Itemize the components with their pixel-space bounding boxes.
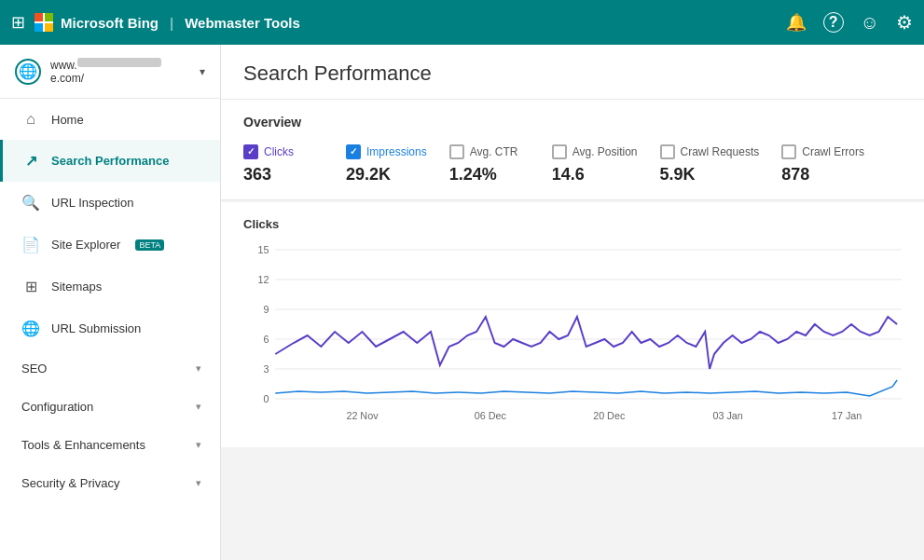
topbar-icons: 🔔 ? ☺ ⚙	[786, 11, 913, 34]
sidebar-item-search-performance[interactable]: ↗ Search Performance	[0, 140, 220, 182]
ctr-value: 1.24%	[449, 165, 530, 184]
gear-icon[interactable]: ⚙	[896, 11, 913, 34]
beta-badge: BETA	[135, 239, 164, 251]
metric-avg-position: Avg. Position 14.6	[552, 144, 660, 184]
sidebar-item-label: Security & Privacy	[21, 476, 119, 490]
sidebar-item-label: Home	[51, 113, 84, 127]
impressions-value: 29.2K	[346, 165, 427, 184]
globe-icon: 🌐	[15, 59, 41, 85]
domain-chevron-icon: ▾	[200, 65, 205, 78]
sidebar-item-security-privacy[interactable]: Security & Privacy ▾	[0, 464, 220, 502]
sidebar-item-label: Sitemaps	[51, 280, 102, 294]
clicks-value: 363	[243, 165, 324, 184]
sidebar-item-configuration[interactable]: Configuration ▾	[0, 388, 220, 426]
sidebar-item-label: Search Performance	[51, 154, 169, 168]
clicks-label: Clicks	[264, 145, 294, 158]
trend-icon: ↗	[21, 152, 40, 170]
seo-chevron-icon: ▾	[196, 362, 201, 375]
svg-text:03 Jan: 03 Jan	[713, 410, 743, 421]
globe2-icon: 🌐	[21, 320, 40, 337]
help-icon[interactable]: ?	[823, 12, 844, 33]
position-checkbox[interactable]	[552, 144, 567, 159]
brand-name: Microsoft Bing	[61, 15, 159, 31]
metric-crawl-errors: Crawl Errors 878	[781, 144, 887, 184]
position-checkbox-row: Avg. Position	[552, 144, 638, 159]
crawl-err-value: 878	[781, 165, 864, 184]
svg-text:12: 12	[257, 274, 269, 285]
main-header: Search Performance	[221, 45, 924, 100]
impressions-label: Impressions	[366, 145, 427, 158]
topbar-divider: |	[170, 15, 173, 31]
overview-title: Overview	[243, 115, 902, 130]
clicks-line	[275, 317, 897, 369]
svg-rect-0	[34, 13, 43, 21]
chart-title: Clicks	[243, 217, 902, 231]
clicks-checkbox[interactable]: ✓	[243, 144, 258, 159]
svg-text:0: 0	[263, 393, 269, 404]
clicks-checkbox-row: ✓ Clicks	[243, 144, 324, 159]
sidebar-item-url-submission[interactable]: 🌐 URL Submission	[0, 307, 220, 349]
ctr-checkbox-row: Avg. CTR	[449, 144, 530, 159]
crawl-err-label: Crawl Errors	[802, 145, 864, 158]
overview-section: Overview ✓ Clicks 363	[221, 100, 924, 200]
svg-text:22 Nov: 22 Nov	[346, 410, 379, 421]
config-chevron-icon: ▾	[196, 401, 201, 413]
bell-icon[interactable]: 🔔	[786, 12, 807, 33]
svg-text:6: 6	[263, 334, 269, 345]
impressions-checkbox[interactable]: ✓	[346, 144, 361, 159]
sitemap-icon: ⊞	[21, 278, 40, 295]
smiley-icon[interactable]: ☺	[861, 12, 879, 34]
product-name: Webmaster Tools	[185, 15, 300, 31]
chart-svg: 15 12 9 6 3 0	[243, 242, 902, 429]
topbar-left: ⊞ Microsoft Bing | Webmaster Tools	[11, 12, 786, 33]
impressions-line	[275, 380, 897, 396]
topbar-brand: Microsoft Bing | Webmaster Tools	[34, 13, 300, 32]
svg-text:20 Dec: 20 Dec	[593, 410, 626, 421]
crawl-err-checkbox-row: Crawl Errors	[781, 144, 864, 159]
metric-impressions: ✓ Impressions 29.2K	[346, 144, 449, 184]
sidebar-item-home[interactable]: ⌂ Home	[0, 99, 220, 140]
search-icon: 🔍	[21, 194, 40, 212]
svg-text:3: 3	[263, 363, 269, 375]
tools-chevron-icon: ▾	[196, 439, 201, 451]
position-value: 14.6	[552, 165, 638, 184]
sidebar-item-sitemaps[interactable]: ⊞ Sitemaps	[0, 266, 220, 307]
check-icon: ✓	[247, 147, 255, 157]
sidebar-item-seo[interactable]: SEO ▾	[0, 349, 220, 388]
chart-container: 15 12 9 6 3 0	[243, 242, 902, 429]
main-body: Overview ✓ Clicks 363	[221, 100, 924, 560]
position-label: Avg. Position	[572, 145, 638, 158]
metric-avg-ctr: Avg. CTR 1.24%	[449, 144, 552, 184]
grid-icon[interactable]: ⊞	[11, 12, 25, 33]
chart-section: Clicks 15 12 9 6 3 0	[221, 202, 924, 447]
ctr-checkbox[interactable]	[449, 144, 464, 159]
sidebar-item-label: SEO	[21, 362, 47, 376]
sidebar-item-site-explorer[interactable]: 📄 Site Explorer BETA	[0, 224, 220, 266]
sidebar: 🌐 www. e.com/ ▾ ⌂ Home ↗ Search Performa…	[0, 45, 221, 560]
domain-text: www. e.com/	[50, 58, 190, 85]
domain-selector[interactable]: 🌐 www. e.com/ ▾	[0, 45, 220, 99]
metric-clicks: ✓ Clicks 363	[243, 144, 346, 184]
sidebar-item-label: Configuration	[21, 400, 93, 414]
layout: 🌐 www. e.com/ ▾ ⌂ Home ↗ Search Performa…	[0, 45, 924, 560]
crawl-req-checkbox-row: Crawl Requests	[660, 144, 760, 159]
file-icon: 📄	[21, 236, 40, 253]
sidebar-item-label: URL Inspection	[51, 196, 133, 210]
impressions-checkbox-row: ✓ Impressions	[346, 144, 427, 159]
svg-rect-1	[45, 13, 53, 21]
crawl-err-checkbox[interactable]	[781, 144, 796, 159]
sidebar-item-url-inspection[interactable]: 🔍 URL Inspection	[0, 182, 220, 224]
crawl-req-checkbox[interactable]	[660, 144, 675, 159]
sidebar-item-label: URL Submission	[51, 321, 141, 335]
home-icon: ⌂	[21, 111, 40, 128]
topbar: ⊞ Microsoft Bing | Webmaster Tools 🔔 ? ☺…	[0, 0, 924, 45]
svg-text:15: 15	[257, 244, 269, 255]
metrics-row: ✓ Clicks 363 ✓ Impressions	[243, 144, 902, 184]
sidebar-item-label: Tools & Enhancements	[21, 438, 145, 452]
sidebar-item-tools-enhancements[interactable]: Tools & Enhancements ▾	[0, 426, 220, 464]
page-title: Search Performance	[243, 61, 902, 86]
main-content: Search Performance Overview ✓ Clicks	[221, 45, 924, 560]
check-icon: ✓	[350, 147, 357, 157]
svg-text:06 Dec: 06 Dec	[475, 410, 507, 421]
ctr-label: Avg. CTR	[470, 145, 518, 158]
